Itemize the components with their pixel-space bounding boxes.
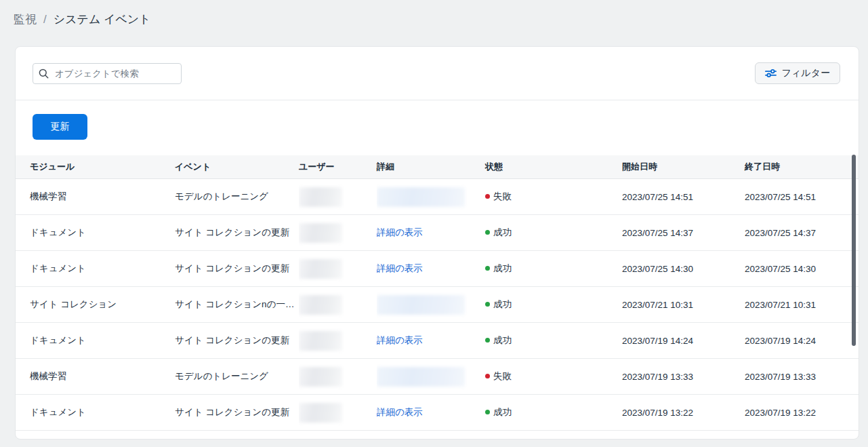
search-box[interactable] (33, 63, 182, 84)
status-cell: 成功 (485, 395, 622, 431)
redacted-user (299, 187, 342, 207)
detail-link[interactable]: 詳細の表示 (377, 335, 423, 345)
status-label: 成功 (493, 407, 512, 417)
table-header-row: モジュール イベント ユーザー 詳細 状態 開始日時 終了日時 (16, 155, 859, 179)
action-row: 更新 (16, 100, 859, 155)
redacted-user (299, 223, 342, 243)
detail-cell (377, 179, 485, 215)
status-cell: 失敗 (485, 179, 622, 215)
status-cell: 成功 (485, 323, 622, 359)
detail-cell: 詳細の表示 (377, 251, 485, 287)
redacted-user (299, 331, 342, 351)
module-cell: 機械学習 (16, 359, 175, 395)
column-header-end: 終了日時 (745, 155, 859, 179)
event-cell: サイト コレクションの更新 (175, 215, 299, 251)
detail-cell (377, 287, 485, 323)
filter-button-label: フィルター (782, 67, 830, 79)
end-datetime-cell: 2023/07/25 14:37 (745, 215, 859, 251)
event-cell: サイト コレクションの更新 (175, 251, 299, 287)
events-table: モジュール イベント ユーザー 詳細 状態 開始日時 終了日時 機械学習モデルの… (16, 155, 859, 431)
status-cell: 成功 (485, 287, 622, 323)
toolbar: フィルター (16, 47, 859, 100)
detail-link[interactable]: 詳細の表示 (377, 263, 423, 273)
start-datetime-cell: 2023/07/25 14:51 (622, 179, 745, 215)
status-failed-dot (485, 194, 490, 199)
event-cell: サイト コレクションの更新 (175, 395, 299, 431)
user-cell (299, 395, 377, 431)
event-cell: モデルのトレーニング (175, 359, 299, 395)
table-row: ドキュメントサイト コレクションの更新詳細の表示成功2023/07/25 14:… (16, 215, 859, 251)
column-header-user: ユーザー (299, 155, 377, 179)
module-cell: ドキュメント (16, 395, 175, 431)
table-row: 機械学習モデルのトレーニング失敗2023/07/25 14:512023/07/… (16, 179, 859, 215)
status-success-dot (485, 230, 490, 235)
status-success-dot (485, 410, 490, 414)
start-datetime-cell: 2023/07/21 10:31 (622, 287, 745, 323)
detail-link[interactable]: 詳細の表示 (377, 407, 423, 417)
column-header-detail: 詳細 (377, 155, 485, 179)
user-cell (299, 287, 377, 323)
refresh-button[interactable]: 更新 (33, 114, 87, 140)
user-cell (299, 179, 377, 215)
table-row: サイト コレクションサイト コレクションnの一…成功2023/07/21 10:… (16, 287, 859, 323)
start-datetime-cell: 2023/07/19 13:33 (622, 359, 745, 395)
table-row: 機械学習モデルのトレーニング失敗2023/07/19 13:332023/07/… (16, 359, 859, 395)
redacted-user (299, 367, 342, 387)
end-datetime-cell: 2023/07/25 14:51 (745, 179, 859, 215)
table-row: ドキュメントサイト コレクションの更新詳細の表示成功2023/07/19 13:… (16, 395, 859, 431)
event-cell: モデルのトレーニング (175, 179, 299, 215)
end-datetime-cell: 2023/07/19 13:33 (745, 359, 859, 395)
table-row: ドキュメントサイト コレクションの更新詳細の表示成功2023/07/19 14:… (16, 323, 859, 359)
detail-cell (377, 359, 485, 395)
module-cell: サイト コレクション (16, 287, 175, 323)
status-label: 成功 (493, 227, 512, 237)
start-datetime-cell: 2023/07/19 14:24 (622, 323, 745, 359)
status-label: 成功 (493, 299, 512, 309)
redacted-detail-link[interactable] (377, 367, 465, 387)
breadcrumb-section[interactable]: 監視 (14, 12, 37, 27)
end-datetime-cell: 2023/07/21 10:31 (745, 287, 859, 323)
detail-cell: 詳細の表示 (377, 395, 485, 431)
module-cell: 機械学習 (16, 179, 175, 215)
redacted-user (299, 295, 342, 315)
event-cell: サイト コレクションnの一… (175, 287, 299, 323)
redacted-user (299, 403, 342, 423)
status-label: 成功 (493, 335, 512, 345)
status-cell: 成功 (485, 251, 622, 287)
search-icon (39, 69, 49, 79)
breadcrumb: 監視 / システム イベント (14, 12, 151, 27)
column-header-module: モジュール (16, 155, 175, 179)
end-datetime-cell: 2023/07/19 13:22 (745, 395, 859, 431)
status-cell: 失敗 (485, 359, 622, 395)
start-datetime-cell: 2023/07/19 13:22 (622, 395, 745, 431)
user-cell (299, 251, 377, 287)
user-cell (299, 323, 377, 359)
status-label: 失敗 (493, 191, 512, 201)
event-cell: サイト コレクションの更新 (175, 323, 299, 359)
redacted-detail-link[interactable] (377, 187, 465, 207)
breadcrumb-separator: / (43, 13, 47, 26)
start-datetime-cell: 2023/07/25 14:37 (622, 215, 745, 251)
filter-button[interactable]: フィルター (755, 62, 840, 84)
detail-link[interactable]: 詳細の表示 (377, 227, 423, 237)
column-header-status: 状態 (485, 155, 622, 179)
column-header-event: イベント (175, 155, 299, 179)
module-cell: ドキュメント (16, 251, 175, 287)
module-cell: ドキュメント (16, 323, 175, 359)
redacted-detail-link[interactable] (377, 295, 465, 315)
end-datetime-cell: 2023/07/25 14:30 (745, 251, 859, 287)
status-success-dot (485, 338, 490, 343)
table-scrollbar-thumb[interactable] (852, 155, 856, 346)
detail-cell: 詳細の表示 (377, 215, 485, 251)
status-success-dot (485, 302, 490, 307)
table-row: ドキュメントサイト コレクションの更新詳細の表示成功2023/07/25 14:… (16, 251, 859, 287)
filter-sliders-icon (765, 69, 777, 78)
status-label: 失敗 (493, 371, 512, 381)
end-datetime-cell: 2023/07/19 14:24 (745, 323, 859, 359)
events-card: フィルター 更新 モジュール イベント ユーザー 詳細 状態 開始日時 終了日時… (15, 46, 859, 440)
search-input[interactable] (54, 68, 175, 79)
detail-cell: 詳細の表示 (377, 323, 485, 359)
status-label: 成功 (493, 263, 512, 273)
status-success-dot (485, 266, 490, 271)
page-title: システム イベント (54, 12, 151, 27)
